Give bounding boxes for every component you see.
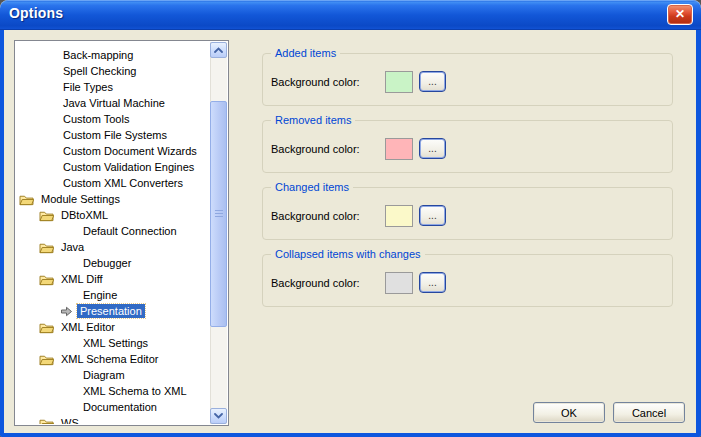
browse-color-button[interactable]: ... [419, 272, 446, 293]
window-border-right [696, 30, 701, 437]
tree-item-label: Custom XML Converters [60, 176, 186, 190]
folder-icon [19, 193, 34, 206]
tree-item[interactable]: Spell Checking [16, 63, 210, 79]
selected-arrow-icon [60, 306, 73, 317]
tree-item[interactable]: DBtoXML [16, 207, 210, 223]
tree-item[interactable]: Documentation [16, 399, 210, 415]
tree-item[interactable]: File Types [16, 79, 210, 95]
tree-item-label: Java [58, 240, 87, 254]
tree-item[interactable]: Java [16, 239, 210, 255]
tree-item-label: Java Virtual Machine [60, 96, 168, 110]
tree-item-label: Custom Validation Engines [60, 160, 197, 174]
close-button[interactable]: ✕ [667, 4, 693, 25]
tree-item-label: Spell Checking [60, 64, 139, 78]
thumb-grip-icon [215, 210, 223, 218]
tree-item[interactable]: Custom Tools [16, 111, 210, 127]
tree-item-label: Module Settings [38, 192, 123, 206]
tree-item-label: Presentation [77, 304, 145, 318]
tree-item[interactable]: Presentation [16, 303, 210, 319]
folder-icon [39, 241, 54, 254]
tree-item[interactable]: XML Settings [16, 335, 210, 351]
scroll-thumb[interactable] [210, 101, 227, 327]
tree-item-label: Engine [80, 288, 120, 302]
group-box: Added items Background color: ... [262, 53, 673, 106]
tree-item[interactable]: Diagram [16, 367, 210, 383]
tree-item[interactable]: XML Diff [16, 271, 210, 287]
group-title: Collapsed items with changes [271, 248, 425, 260]
tree-item[interactable]: XML Editor [16, 319, 210, 335]
browse-color-button[interactable]: ... [419, 138, 446, 159]
tree-item[interactable]: Custom XML Converters [16, 175, 210, 191]
background-color-label: Background color: [271, 76, 360, 88]
tree-item[interactable]: Custom Document Wizards [16, 143, 210, 159]
tree-item-label: XML Editor [58, 320, 118, 334]
scroll-down-button[interactable] [210, 408, 227, 424]
tree-item[interactable]: XML Schema Editor [16, 351, 210, 367]
tree-item[interactable]: Engine [16, 287, 210, 303]
tree-item[interactable]: WS [16, 415, 210, 424]
tree-item-label: Default Connection [80, 224, 180, 238]
cancel-button[interactable]: Cancel [613, 402, 685, 423]
tree-item-label: DBtoXML [58, 208, 111, 222]
tree-item-label: Diagram [80, 368, 128, 382]
tree-item-label: XML Schema Editor [58, 352, 161, 366]
background-color-label: Background color: [271, 277, 360, 289]
group-title: Changed items [271, 181, 353, 193]
tree-item[interactable]: Module Settings [16, 191, 210, 207]
folder-icon [39, 321, 54, 334]
folder-icon [39, 273, 54, 286]
scroll-up-button[interactable] [210, 42, 227, 58]
background-color-label: Background color: [271, 143, 360, 155]
tree-item-label: Custom Tools [60, 112, 132, 126]
background-color-label: Background color: [271, 210, 360, 222]
close-icon: ✕ [675, 7, 685, 21]
chevron-up-icon [214, 47, 223, 53]
tree-item-label: Back-mapping [60, 48, 136, 62]
tree-item-label: XML Diff [58, 272, 106, 286]
tree-item[interactable]: Default Connection [16, 223, 210, 239]
folder-icon [39, 417, 54, 425]
tree-item-label: Debugger [80, 256, 134, 270]
browse-color-button[interactable]: ... [419, 205, 446, 226]
tree-scrollbar[interactable] [210, 42, 227, 424]
group-box: Changed items Background color: ... [262, 187, 673, 240]
tree-item[interactable]: Back-mapping [16, 47, 210, 63]
group-box: Removed items Background color: ... [262, 120, 673, 173]
tree-item[interactable]: Custom Validation Engines [16, 159, 210, 175]
settings-tree: Back-mapping Spell Checking File Types J… [16, 42, 210, 424]
tree-item-label: Custom File Systems [60, 128, 170, 142]
folder-icon [39, 353, 54, 366]
tree-item-label: Custom Document Wizards [60, 144, 200, 158]
tree-item[interactable]: Debugger [16, 255, 210, 271]
settings-tree-panel: Back-mapping Spell Checking File Types J… [14, 40, 229, 426]
tree-item[interactable]: Custom File Systems [16, 127, 210, 143]
window-title: Options [9, 5, 63, 21]
browse-color-button[interactable]: ... [419, 71, 446, 92]
color-swatch [385, 138, 413, 160]
tree-item-label: Documentation [80, 400, 160, 414]
tree-item[interactable]: XML Schema to XML [16, 383, 210, 399]
color-swatch [385, 71, 413, 93]
group-title: Added items [271, 47, 340, 59]
tree-item-label: XML Schema to XML [80, 384, 190, 398]
group-title: Removed items [271, 114, 355, 126]
group-box: Collapsed items with changes Background … [262, 254, 673, 307]
tree-item-label: File Types [60, 80, 116, 94]
title-bar[interactable]: Options ✕ [0, 0, 701, 30]
color-swatch [385, 272, 413, 294]
folder-icon [39, 209, 54, 222]
tree-item-label: XML Settings [80, 336, 151, 350]
color-swatch [385, 205, 413, 227]
window-border-bottom [0, 433, 701, 437]
tree-item[interactable]: Java Virtual Machine [16, 95, 210, 111]
ok-button[interactable]: OK [533, 402, 605, 423]
options-dialog: Options ✕ Back-mapping Spell Checking Fi… [0, 0, 701, 437]
window-border-left [0, 30, 4, 437]
tree-item-label: WS [58, 416, 82, 424]
chevron-down-icon [214, 413, 223, 419]
